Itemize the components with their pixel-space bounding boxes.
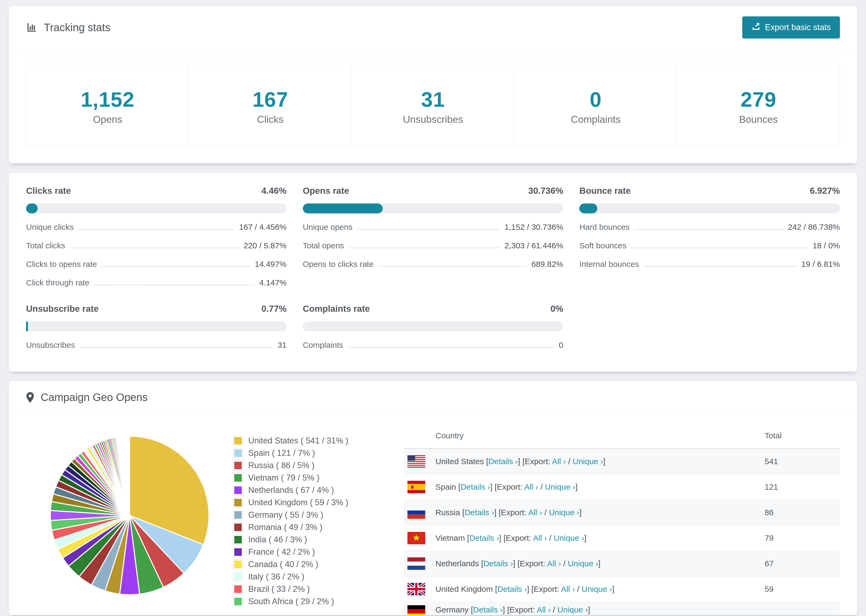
metric-value: 4.147% xyxy=(259,278,287,287)
stat-label: Complaints xyxy=(515,114,677,125)
progress-track xyxy=(579,203,840,214)
metric-row: Unsubscribes31 xyxy=(26,341,287,350)
details-link[interactable]: Details › xyxy=(464,508,494,517)
metric-value: 31 xyxy=(277,341,287,350)
table-row: Netherlands [Details ›] [Export: All › /… xyxy=(404,551,840,577)
pie-legend: United States ( 541 / 31% )Spain ( 121 /… xyxy=(233,436,397,609)
rate-block-opens-rate: Opens rate30.736%Unique opens1,152 / 30.… xyxy=(303,186,564,288)
geo-title: Campaign Geo Opens xyxy=(41,391,148,404)
geo-opens-pie-chart[interactable] xyxy=(46,432,213,599)
total-value: 59 xyxy=(765,585,840,594)
export-unique-link[interactable]: Unique › xyxy=(582,585,612,593)
metric-value: 167 / 4.456% xyxy=(239,223,287,232)
tracking-stats-header: Tracking stats Export basic stats xyxy=(9,6,857,49)
rate-head: Opens rate30.736% xyxy=(303,186,564,196)
rate-head: Complaints rate0% xyxy=(303,304,564,314)
col-header-total: Total xyxy=(765,431,840,440)
rate-block-complaints-rate: Complaints rate0%Complaints0 xyxy=(303,304,564,350)
legend-label: Germany ( 55 / 3% ) xyxy=(248,510,323,520)
country-cell: United Kingdom [Details ›] [Export: All … xyxy=(435,585,765,594)
legend-swatch xyxy=(233,498,243,508)
country-name: Vietnam xyxy=(435,533,465,542)
table-row: United Kingdom [Details ›] [Export: All … xyxy=(404,577,840,602)
metric-label: Total opens xyxy=(303,241,344,250)
export-basic-stats-button[interactable]: Export basic stats xyxy=(742,16,840,38)
dotted-leader xyxy=(80,347,273,348)
rate-value: 4.46% xyxy=(261,186,287,196)
export-unique-link[interactable]: Unique › xyxy=(573,457,603,466)
stat-value: 1,152 xyxy=(26,87,189,112)
country-cell: Germany [Details ›] [Export: All › / Uni… xyxy=(435,605,765,614)
rate-block-unsubscribe-rate: Unsubscribe rate0.77%Unsubscribes31 xyxy=(26,304,287,350)
legend-label: Vietnam ( 79 / 5% ) xyxy=(248,473,320,483)
legend-label: United States ( 541 / 31% ) xyxy=(248,436,348,446)
country-cell: Russia [Details ›] [Export: All › / Uniq… xyxy=(435,508,765,517)
rate-value: 0% xyxy=(551,304,564,314)
stat-box-complaints: 0Complaints xyxy=(514,64,677,146)
metric-label: Total clicks xyxy=(26,241,65,250)
metric-row: Total clicks220 / 5.87% xyxy=(26,241,287,250)
export-all-link[interactable]: All › xyxy=(561,585,575,593)
legend-swatch xyxy=(233,559,243,569)
export-all-link[interactable]: All › xyxy=(547,559,561,568)
tracking-stats-title: Tracking stats xyxy=(26,22,110,34)
stat-value: 167 xyxy=(189,87,351,112)
metric-value: 19 / 6.81% xyxy=(801,259,840,269)
export-all-link[interactable]: All › xyxy=(528,508,542,517)
country-name: Netherlands xyxy=(435,559,479,568)
legend-swatch xyxy=(233,448,243,458)
rate-title: Complaints rate xyxy=(303,304,370,314)
details-link[interactable]: Details › xyxy=(460,482,490,491)
export-all-link[interactable]: All › xyxy=(533,533,547,542)
metric-value: 14.497% xyxy=(255,259,287,269)
rate-title: Bounce rate xyxy=(579,186,631,196)
progress-fill xyxy=(303,203,383,214)
progress-track xyxy=(303,321,564,332)
dotted-leader xyxy=(357,229,500,230)
dotted-leader xyxy=(79,229,234,230)
export-unique-link[interactable]: Unique › xyxy=(568,559,598,568)
export-unique-link[interactable]: Unique › xyxy=(554,533,584,542)
details-link[interactable]: Details › xyxy=(483,559,513,568)
geo-body: United States ( 541 / 31% )Spain ( 121 /… xyxy=(9,414,857,615)
export-all-link[interactable]: All › xyxy=(537,605,551,614)
stat-label: Clicks xyxy=(189,114,351,125)
country-cell: Vietnam [Details ›] [Export: All › / Uni… xyxy=(435,533,765,543)
map-pin-icon xyxy=(26,392,34,403)
details-link[interactable]: Details › xyxy=(497,585,527,593)
rate-value: 6.927% xyxy=(810,186,840,196)
legend-item: Spain ( 121 / 7% ) xyxy=(233,448,397,458)
stat-box-opens: 1,152Opens xyxy=(26,64,189,146)
dotted-leader xyxy=(348,347,554,348)
legend-item: Netherlands ( 67 / 4% ) xyxy=(233,486,397,495)
geo-header: Campaign Geo Opens xyxy=(9,381,857,414)
details-link[interactable]: Details › xyxy=(469,533,499,542)
metric-value: 18 / 0% xyxy=(812,241,840,250)
country-name: Russia xyxy=(435,508,460,517)
legend-label: Italy ( 36 / 2% ) xyxy=(248,572,304,581)
dotted-leader xyxy=(635,229,783,230)
export-unique-link[interactable]: Unique › xyxy=(545,482,575,491)
progress-fill xyxy=(26,203,38,214)
rate-block-bounce-rate: Bounce rate6.927%Hard bounces242 / 86.73… xyxy=(579,186,840,288)
rate-head: Bounce rate6.927% xyxy=(579,186,840,196)
progress-track xyxy=(303,203,564,214)
details-link[interactable]: Details › xyxy=(473,605,503,614)
rates-grid: Clicks rate4.46%Unique clicks167 / 4.456… xyxy=(9,173,857,371)
legend-item: United Kingdom ( 59 / 3% ) xyxy=(233,498,397,508)
export-all-link[interactable]: All › xyxy=(552,457,566,466)
legend-label: Romania ( 49 / 3% ) xyxy=(248,522,323,532)
metric-label: Complaints xyxy=(303,341,343,350)
metric-label: Hard bounces xyxy=(579,223,630,232)
dotted-leader xyxy=(349,248,500,248)
legend-swatch xyxy=(233,460,243,470)
export-all-link[interactable]: All › xyxy=(524,482,538,491)
export-unique-link[interactable]: Unique › xyxy=(549,508,579,517)
stat-box-unsubscribes: 31Unsubscribes xyxy=(351,64,514,146)
stat-box-clicks: 167Clicks xyxy=(189,64,351,146)
export-unique-link[interactable]: Unique › xyxy=(557,605,588,614)
rate-head: Clicks rate4.46% xyxy=(26,186,287,196)
legend-swatch xyxy=(233,535,243,545)
details-link[interactable]: Details › xyxy=(488,457,518,466)
country-name: United Kingdom xyxy=(435,585,493,593)
